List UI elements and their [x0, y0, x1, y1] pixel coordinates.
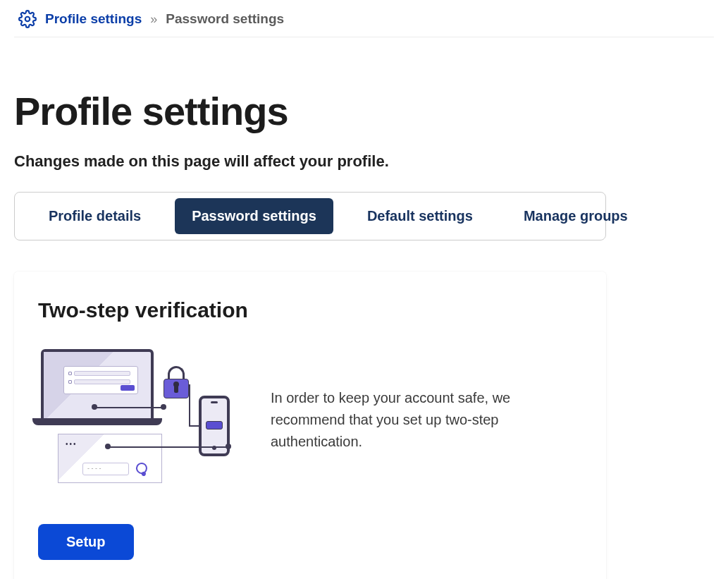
two-step-illustration: ••• [38, 349, 242, 490]
breadcrumb-current: Password settings [166, 11, 284, 27]
document-icon: ••• [58, 434, 162, 483]
chevron-right-icon: » [150, 12, 157, 27]
two-step-card: Two-step verification [14, 272, 606, 579]
page-subtitle: Changes made on this page will affect yo… [14, 152, 714, 171]
two-step-description: In order to keep your account safe, we r… [271, 387, 538, 453]
svg-point-0 [25, 17, 30, 22]
breadcrumb-parent-link[interactable]: Profile settings [45, 11, 142, 27]
two-step-heading: Two-step verification [38, 298, 582, 322]
tabs-bar: Profile details Password settings Defaul… [14, 192, 606, 240]
tab-password-settings[interactable]: Password settings [175, 198, 333, 234]
laptop-icon [41, 349, 154, 421]
tab-manage-groups[interactable]: Manage groups [507, 198, 645, 234]
tab-profile-details[interactable]: Profile details [32, 198, 158, 234]
lock-icon [164, 366, 189, 398]
page-title: Profile settings [14, 88, 714, 134]
breadcrumb: Profile settings » Password settings [14, 0, 714, 37]
gear-icon [18, 10, 37, 28]
tab-default-settings[interactable]: Default settings [350, 198, 490, 234]
setup-button[interactable]: Setup [38, 524, 134, 560]
